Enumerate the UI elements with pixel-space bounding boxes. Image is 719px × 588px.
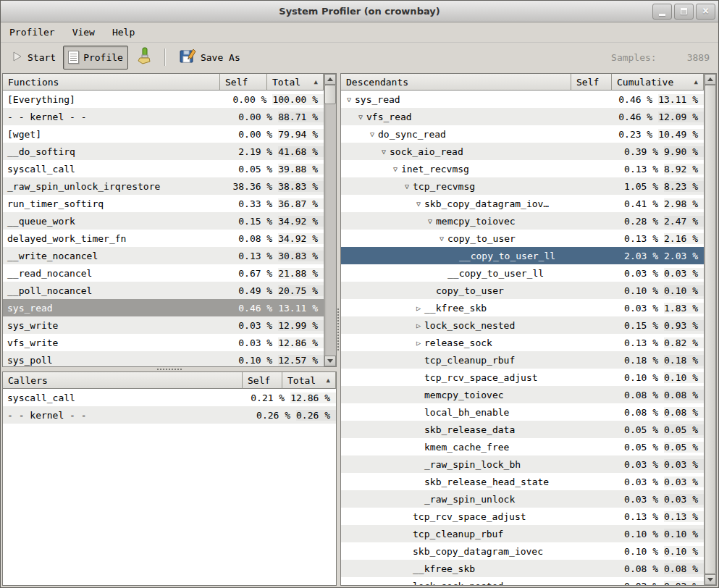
- table-row[interactable]: sys_write 0.03 % 12.99 %: [3, 316, 324, 334]
- tree-row[interactable]: skb_release_head_state 0.03 % 0.03 %: [341, 473, 704, 490]
- scroll-down-button[interactable]: [324, 356, 336, 366]
- tree-row[interactable]: ▽ tcp_recvmsg 1.05 % 8.23 %: [341, 177, 704, 195]
- tree-row[interactable]: tcp_rcv_space_adjust 0.13 % 0.13 %: [341, 508, 704, 525]
- table-row[interactable]: syscall_call 0.05 % 39.88 %: [3, 160, 324, 177]
- menubar: Profiler View Help: [1, 22, 718, 42]
- tree-row[interactable]: _raw_spin_lock_bh 0.03 % 0.03 %: [341, 455, 704, 473]
- self-percent-cell: 0.26 %: [256, 410, 296, 421]
- functions-self-column-header[interactable]: Self: [220, 74, 267, 91]
- minimize-button[interactable]: [652, 4, 672, 20]
- table-row[interactable]: __read_nocancel 0.67 % 21.88 %: [3, 264, 324, 282]
- tree-row[interactable]: ▽ skb_copy_datagram_iov… 0.41 % 2.98 %: [341, 195, 704, 212]
- descendants-column-header[interactable]: Descendants: [341, 74, 571, 91]
- scrollbar-trough[interactable]: [324, 85, 336, 356]
- table-row[interactable]: [Everything] 0.00 % 100.00 %: [3, 91, 324, 108]
- menu-profiler[interactable]: Profiler: [9, 27, 55, 38]
- table-row[interactable]: - - kernel - - 0.26 % 0.26 %: [3, 406, 336, 424]
- maximize-button[interactable]: [674, 4, 694, 20]
- tree-row[interactable]: tcp_rcv_space_adjust 0.10 % 0.10 %: [341, 369, 704, 386]
- callers-self-column-header[interactable]: Self: [243, 372, 282, 389]
- expander-open-icon[interactable]: ▽: [366, 130, 378, 138]
- tree-row[interactable]: ▷ release_sock 0.13 % 0.82 %: [341, 334, 704, 351]
- tree-row[interactable]: __copy_to_user_ll 0.03 % 0.03 %: [341, 264, 704, 282]
- screenshot-button[interactable]: [130, 46, 156, 70]
- tree-row[interactable]: __kfree_skb 0.08 % 0.08 %: [341, 560, 704, 577]
- menu-help[interactable]: Help: [112, 27, 135, 38]
- save-as-button[interactable]: Save As: [174, 46, 245, 70]
- table-row[interactable]: run_timer_softirq 0.33 % 36.87 %: [3, 195, 324, 212]
- expander-open-icon[interactable]: ▽: [413, 200, 424, 208]
- table-row[interactable]: __queue_work 0.15 % 34.92 %: [3, 212, 324, 230]
- scrollbar-trough[interactable]: [705, 85, 716, 574]
- scrollbar-thumb[interactable]: [705, 85, 716, 574]
- profile-toggle-button[interactable]: Profile: [63, 46, 128, 70]
- tree-row[interactable]: ▽ inet_recvmsg 0.13 % 8.92 %: [341, 160, 704, 177]
- table-row[interactable]: sys_poll 0.10 % 12.57 %: [3, 351, 324, 366]
- callers-column-header[interactable]: Callers: [3, 372, 243, 389]
- expander-collapsed-icon[interactable]: ▷: [413, 322, 424, 329]
- expander-open-icon[interactable]: ▽: [390, 165, 401, 173]
- expander-open-icon[interactable]: ▽: [401, 182, 413, 190]
- cumulative-percent-cell: 0.03 %: [664, 581, 704, 586]
- tree-row[interactable]: __copy_to_user_ll 2.03 % 2.03 %: [341, 247, 704, 264]
- tree-row[interactable]: ▽ do_sync_read 0.23 % 10.49 %: [341, 125, 704, 143]
- table-row[interactable]: syscall_call 0.21 % 12.86 %: [3, 389, 336, 406]
- expander-collapsed-icon[interactable]: ▷: [413, 339, 424, 347]
- start-button[interactable]: Start: [7, 46, 61, 70]
- tree-row[interactable]: local_bh_enable 0.08 % 0.08 %: [341, 403, 704, 421]
- functions-scrollbar[interactable]: [324, 74, 336, 366]
- table-row[interactable]: - - kernel - - 0.00 % 88.71 %: [3, 108, 324, 125]
- tree-row[interactable]: ▽ memcpy_toiovec 0.28 % 2.47 %: [341, 212, 704, 230]
- table-row[interactable]: delayed_work_timer_fn 0.08 % 34.92 %: [3, 230, 324, 247]
- vertical-splitter-grip[interactable]: [337, 308, 339, 350]
- total-percent-cell: 12.99 %: [278, 320, 324, 331]
- tree-row[interactable]: ▷ __kfree_skb 0.03 % 1.83 %: [341, 299, 704, 316]
- expander-open-icon[interactable]: ▽: [436, 235, 447, 243]
- titlebar[interactable]: System Profiler (on crownbay) ×: [1, 1, 718, 22]
- tree-row[interactable]: tcp_cleanup_rbuf 0.10 % 0.10 %: [341, 525, 704, 542]
- horizontal-splitter[interactable]: [2, 367, 337, 371]
- expander-open-icon[interactable]: ▽: [378, 148, 390, 156]
- descendants-cumulative-column-header[interactable]: Cumulative▲: [612, 74, 704, 91]
- function-name-label: copy_to_user: [436, 285, 504, 296]
- toolbar: Start Profile: [1, 42, 718, 72]
- tree-row[interactable]: memcpy_toiovec 0.08 % 0.08 %: [341, 386, 704, 403]
- functions-total-column-header[interactable]: Total▲: [267, 74, 324, 91]
- callers-total-column-header[interactable]: Total▲: [282, 372, 336, 389]
- table-row[interactable]: sys_read 0.46 % 13.11 %: [3, 299, 324, 316]
- menu-view[interactable]: View: [72, 27, 95, 38]
- total-percent-cell: 12.57 %: [278, 355, 324, 366]
- functions-column-header[interactable]: Functions: [3, 74, 220, 91]
- scroll-up-button[interactable]: [324, 74, 336, 85]
- expander-open-icon[interactable]: ▽: [343, 96, 355, 104]
- table-row[interactable]: __do_softirq 2.19 % 41.68 %: [3, 143, 324, 160]
- descendants-self-column-header[interactable]: Self: [571, 74, 612, 91]
- tree-row[interactable]: lock_sock_nested 0.03 % 0.03 %: [341, 577, 704, 585]
- expander-open-icon[interactable]: ▽: [355, 113, 366, 121]
- vertical-splitter[interactable]: [337, 73, 340, 586]
- tree-row[interactable]: ▷ lock_sock_nested 0.15 % 0.93 %: [341, 316, 704, 334]
- table-row[interactable]: vfs_write 0.03 % 12.86 %: [3, 334, 324, 351]
- tree-row[interactable]: copy_to_user 0.10 % 0.10 %: [341, 282, 704, 299]
- expander-open-icon[interactable]: ▽: [424, 217, 436, 225]
- tree-row[interactable]: skb_release_data 0.05 % 0.05 %: [341, 421, 704, 438]
- tree-row[interactable]: kmem_cache_free 0.05 % 0.05 %: [341, 438, 704, 455]
- close-button[interactable]: ×: [696, 4, 715, 20]
- table-row[interactable]: [wget] 0.00 % 79.94 %: [3, 125, 324, 143]
- tree-row[interactable]: ▽ vfs_read 0.46 % 12.09 %: [341, 108, 704, 125]
- tree-row[interactable]: ▽ sock_aio_read 0.39 % 9.90 %: [341, 143, 704, 160]
- tree-row[interactable]: ▽ copy_to_user 0.13 % 2.16 %: [341, 230, 704, 247]
- expander-collapsed-icon[interactable]: ▷: [413, 304, 424, 312]
- tree-row[interactable]: _raw_spin_unlock 0.03 % 0.03 %: [341, 490, 704, 508]
- table-row[interactable]: __poll_nocancel 0.49 % 20.75 %: [3, 282, 324, 299]
- table-row[interactable]: __write_nocancel 0.13 % 30.83 %: [3, 247, 324, 264]
- scrollbar-thumb[interactable]: [324, 85, 336, 104]
- horizontal-splitter-grip[interactable]: [157, 369, 182, 370]
- tree-row[interactable]: tcp_cleanup_rbuf 0.18 % 0.18 %: [341, 351, 704, 369]
- scroll-up-button[interactable]: [705, 74, 716, 85]
- descendants-scrollbar[interactable]: [704, 74, 716, 585]
- tree-row[interactable]: skb_copy_datagram_iovec 0.10 % 0.10 %: [341, 542, 704, 560]
- tree-row[interactable]: ▽ sys_read 0.46 % 13.11 %: [341, 91, 704, 108]
- table-row[interactable]: _raw_spin_unlock_irqrestore 38.36 % 38.8…: [3, 177, 324, 195]
- scroll-down-button[interactable]: [705, 574, 716, 585]
